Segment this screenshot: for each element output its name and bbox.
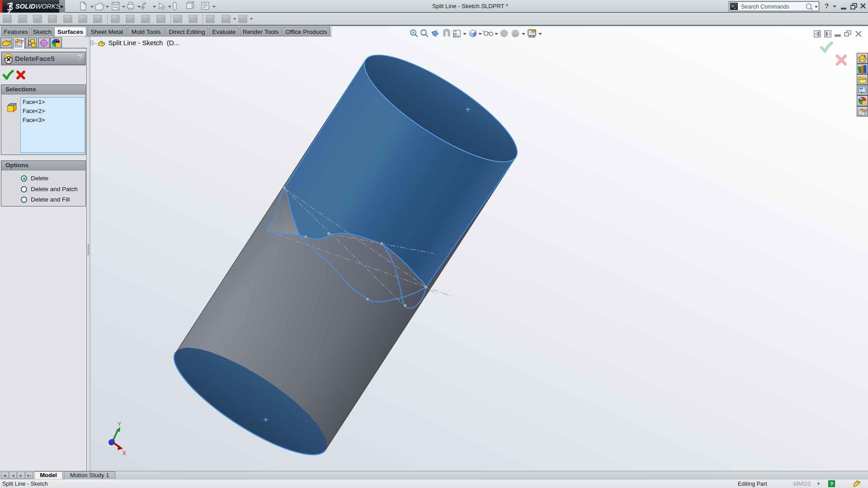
svg-text:X: X (123, 450, 126, 456)
svg-text:Y: Y (118, 421, 121, 427)
svg-text:Z: Z (110, 439, 113, 445)
